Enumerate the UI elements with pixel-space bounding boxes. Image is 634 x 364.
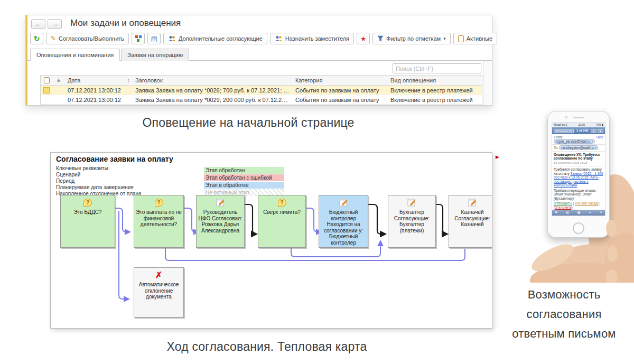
attr-line: Период [56,178,142,184]
refresh-button[interactable]: ↻ [30,33,43,44]
star-icon: ★ [360,35,367,43]
flow-legend: Этап обработан Этап обработан с ошибкой … [204,167,284,197]
row-select-cell[interactable] [41,87,52,94]
node-icon: ? [62,197,113,208]
tab-operations[interactable]: Заявки на операцию [121,49,189,61]
assign-deputy-button[interactable]: Назначить заместителя [270,33,354,44]
node-icon: ? [136,197,182,208]
table-row[interactable]: 07.12.2021 13:00:12 Заявка Заявка на опл… [41,86,482,95]
flow-node-auto-reject[interactable]: ✗ Автоматическое отклонение документа [134,267,184,318]
forward-button[interactable]: → [48,19,62,29]
vertical-scrollbar[interactable] [483,61,492,105]
date-header-label: Дата [68,77,80,83]
tab-notifications[interactable]: Оповещения и напоминания [30,49,120,61]
row-subject: Заявка Заявка на оплату *0026; 700 руб. … [133,87,293,94]
clipboard-icon [458,35,464,42]
caption-heatmap: Ход согласования. Тепловая карта [100,340,433,354]
caption-line: Возможность [494,285,634,304]
legend-stage-done: Этап обработан [204,167,284,174]
tasks-window: ← → Мои задачи и оповещения ↻ ✎ Согласов… [25,15,492,106]
sort-ascending-icon: ↑ [127,77,130,83]
approve-button[interactable]: ✎ Согласовать/Выполнить [46,33,129,44]
approval-heatmap-panel: Согласование заявки на оплату Ключевые р… [50,152,492,329]
funnel-icon [377,35,384,42]
flow-node-over-limit[interactable]: ? Сверх лимита? [258,195,306,248]
node-icon [390,197,434,208]
additional-approvers-label: Дополнительные согласующие [179,35,263,42]
row-category: События по заявкам на оплату [293,97,388,103]
legend-stage-error: Этап обработан с ошибкой [204,174,284,181]
attr-line: Планируемая дата завершения [56,184,142,191]
node-label: Казначей Согласующие: Казначей [454,209,490,227]
scroll-right-marker-icon[interactable]: ▶ [496,154,499,160]
row-date: 07.12.2021 13:00:12 [65,87,133,94]
row-kind: Включение в реестр платежей [388,97,482,103]
caption-line: ответным письмом [494,324,634,343]
star-column-header[interactable]: ★ [52,77,65,84]
tab-bar: Оповещения и напоминания Заявки на опера… [30,49,190,61]
active-label: Активные [467,35,492,42]
page-title: Мои задачи и оповещения [70,18,181,29]
star-filter-button[interactable]: ★ [357,33,370,44]
node-label: Бухгалтер Согласующие: Бухгалтер (платеж… [394,209,430,234]
row-category: События по заявкам на оплату [293,87,388,94]
selected-row-marker [43,87,50,94]
node-label: Это БДДС? [74,209,102,215]
back-button[interactable]: ← [31,19,45,29]
legend-stage-active: Этап в обработке [204,182,284,189]
node-icon: ? [260,197,304,208]
filter-by-marks-label: Фильтр по отметкам [386,35,441,42]
node-icon [198,197,243,208]
category-column-header[interactable]: Категория [293,77,388,83]
list-icon: ▤ [151,35,157,43]
approve-label: Согласовать/Выполнить [59,35,124,42]
row-kind: Включение в реестр платежей [388,87,482,94]
subject-column-header[interactable]: Заголовок [133,77,293,83]
row-subject: Заявка Заявка на оплату *0029; 200 000 р… [133,97,293,103]
flow-node-budget-controller[interactable]: Бюджетный контролер Находится на согласо… [319,195,368,248]
node-label: Руководитель ЦФО Согласовал: Рожкова Дар… [198,209,242,234]
flow-node-accountant[interactable]: Бухгалтер Согласующие: Бухгалтер (платеж… [388,195,436,248]
forward-arrow-icon: → [51,21,58,27]
assign-deputy-label: Назначить заместителя [285,35,349,42]
select-column-header[interactable] [41,77,52,83]
thumb-and-fingers [522,106,634,283]
node-icon: ✗ [136,269,182,281]
attr-line: Ключевые реквизиты: [56,165,142,172]
flow-title: Согласование заявки на оплату [56,155,173,163]
deputy-icon [275,35,283,42]
orgchart-button[interactable] [132,33,145,44]
node-label: Автоматическое отклонение документа [139,282,179,300]
edit-note-icon [468,199,477,207]
list-view-button[interactable]: ▤ [147,33,161,44]
flow-node-nonfinancial[interactable]: ? Это выплата по не финансовой деятельно… [134,195,184,248]
kind-column-header[interactable]: Вид оповещения [388,77,482,83]
pencil-icon: ✎ [51,35,56,42]
date-column-header[interactable]: Дата ↑ [65,77,133,83]
edit-note-icon [407,199,416,207]
search-input[interactable] [393,63,481,73]
flow-node-bdds[interactable]: ? Это БДДС? [60,195,115,248]
additional-approvers-button[interactable]: Дополнительные согласующие [163,33,267,44]
question-icon: ? [83,199,92,207]
attr-line: Сценарий [56,172,142,178]
caption-line: согласования [494,304,634,324]
flow-attributes: Ключевые реквизиты: Сценарий Период План… [56,165,142,197]
caption-notification: Оповещение на начальной странице [79,116,417,130]
edit-note-icon [216,199,225,207]
table-row[interactable]: 07.12.2021 13:00:12 Заявка Заявка на опл… [41,95,482,105]
active-button[interactable]: Активные [453,33,497,44]
notifications-table: ★ Дата ↑ Заголовок Категория Вид оповеще… [40,75,482,105]
flow-node-treasurer[interactable]: Казначей Согласующие: Казначей [449,195,492,248]
node-label: Это выплата по не финансовой деятельност… [136,209,182,227]
back-arrow-icon: ← [35,21,42,27]
node-icon [451,197,492,208]
filter-by-marks-button[interactable]: Фильтр по отметкам ▾ [372,33,451,44]
clipboard-icon [44,77,50,83]
table-header: ★ Дата ↑ Заголовок Категория Вид оповеще… [41,76,482,86]
phone-photo: MegaFon E 10:30 70% ▮ All Inboxes (4) 1 … [522,106,634,283]
flow-node-cfo-head[interactable]: Руководитель ЦФО Согласовал: Рожкова Дар… [196,195,245,248]
edit-note-icon [339,199,348,207]
question-icon: ? [278,199,286,207]
question-icon: ? [155,199,163,207]
